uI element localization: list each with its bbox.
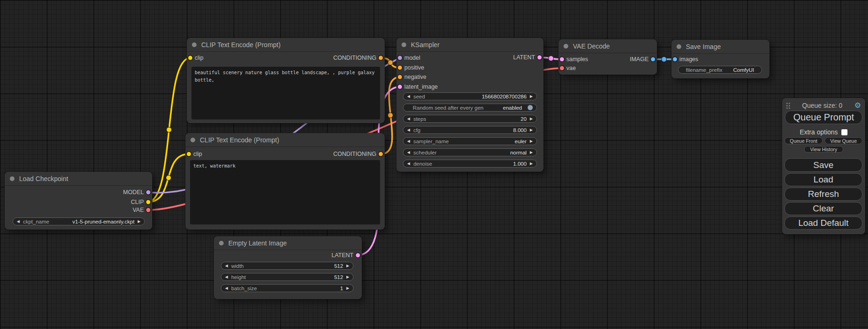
link-midpoint-dot: [388, 60, 393, 65]
latent-image-input-port[interactable]: [398, 85, 402, 89]
prev-value-arrow-icon[interactable]: ◀: [225, 287, 228, 290]
positive-prompt-textarea[interactable]: beautiful scenery nature glass bottle la…: [191, 67, 380, 119]
queue-prompt-button[interactable]: Queue Prompt: [785, 111, 862, 124]
widget-value: enabled: [503, 105, 522, 111]
node-title-bar[interactable]: Load Checkpoint: [5, 172, 152, 186]
settings-gear-icon[interactable]: ⚙: [854, 102, 861, 109]
node-title-bar[interactable]: VAE Decode: [558, 39, 657, 53]
node-empty-latent-image[interactable]: Empty Latent Image LATENT ◀ width 512 ▶ …: [214, 236, 362, 299]
next-value-arrow-icon[interactable]: ▶: [530, 162, 533, 166]
prev-value-arrow-icon[interactable]: ◀: [407, 162, 410, 166]
width-widget[interactable]: ◀ width 512 ▶: [221, 262, 353, 270]
next-value-arrow-icon[interactable]: ▶: [530, 117, 533, 121]
conditioning-output-port[interactable]: [379, 56, 383, 60]
prev-value-arrow-icon[interactable]: ◀: [407, 151, 410, 154]
latent-output-port[interactable]: [537, 56, 542, 60]
node-clip-text-encode-positive[interactable]: CLIP Text Encode (Prompt) clip CONDITION…: [187, 38, 385, 123]
widget-label: ckpt_name: [23, 219, 49, 224]
queue-front-button[interactable]: Queue Front: [784, 137, 823, 144]
save-button[interactable]: Save: [784, 158, 862, 172]
widget-label: steps: [413, 116, 426, 122]
node-title-bar[interactable]: Save Image: [671, 40, 769, 54]
next-value-arrow-icon[interactable]: ▶: [346, 287, 349, 290]
prev-value-arrow-icon[interactable]: ◀: [407, 117, 410, 121]
node-clip-text-encode-negative[interactable]: CLIP Text Encode (Prompt) clip CONDITION…: [185, 133, 385, 230]
node-ksampler[interactable]: KSampler model positive negative latent_…: [396, 38, 543, 172]
view-queue-button[interactable]: View Queue: [825, 137, 862, 144]
output-label: CONDITIONING: [333, 151, 376, 157]
clip-output-port[interactable]: [146, 200, 150, 204]
next-value-arrow-icon[interactable]: ▶: [530, 95, 533, 98]
extra-options-label: Extra options: [800, 128, 838, 136]
widget-value: normal: [510, 150, 527, 155]
widget-value: 20: [521, 116, 527, 122]
prev-value-arrow-icon[interactable]: ◀: [225, 264, 228, 268]
prev-value-arrow-icon[interactable]: ◀: [407, 140, 410, 143]
prev-value-arrow-icon[interactable]: ◀: [407, 95, 410, 98]
vae-output-port[interactable]: [146, 208, 150, 212]
widget-label: denoise: [413, 161, 432, 167]
vae-input-port[interactable]: [560, 66, 564, 70]
conditioning-output-port[interactable]: [379, 152, 383, 156]
widget-value: 8.000: [513, 127, 527, 133]
next-value-arrow-icon[interactable]: ▶: [346, 264, 349, 268]
collapse-dot-icon[interactable]: [564, 44, 568, 49]
prev-value-arrow-icon[interactable]: ◀: [407, 128, 410, 132]
scheduler-widget[interactable]: ◀ scheduler normal ▶: [403, 148, 537, 156]
node-title-bar[interactable]: Empty Latent Image: [214, 236, 362, 250]
collapse-dot-icon[interactable]: [677, 44, 681, 49]
negative-input-port[interactable]: [398, 75, 402, 79]
samples-input-port[interactable]: [560, 57, 564, 62]
height-widget[interactable]: ◀ height 512 ▶: [221, 273, 353, 281]
node-graph-canvas[interactable]: Load Checkpoint MODEL CLIP VAE ◀ ckpt_na…: [0, 0, 868, 329]
steps-widget[interactable]: ◀ steps 20 ▶: [403, 115, 537, 123]
model-output-port[interactable]: [146, 190, 150, 195]
sampler-name-widget[interactable]: ◀ sampler_name euler ▶: [403, 137, 537, 145]
extra-options-checkbox[interactable]: [841, 129, 847, 135]
prev-value-arrow-icon[interactable]: ◀: [17, 220, 20, 224]
node-title-bar[interactable]: CLIP Text Encode (Prompt): [185, 133, 385, 147]
random-seed-toggle-widget[interactable]: Random seed after every gen enabled: [403, 104, 537, 112]
widget-label: cfg: [413, 127, 420, 133]
collapse-dot-icon[interactable]: [191, 138, 195, 142]
view-history-button[interactable]: View History: [804, 146, 843, 153]
seed-widget[interactable]: ◀ seed 156680208700286 ▶: [403, 92, 537, 100]
node-title-bar[interactable]: KSampler: [396, 38, 543, 52]
input-label: model: [404, 55, 420, 61]
refresh-button[interactable]: Refresh: [784, 188, 862, 201]
node-save-image[interactable]: Save Image images filename_prefix ComfyU…: [671, 40, 769, 78]
image-output-port[interactable]: [651, 57, 655, 62]
node-vae-decode[interactable]: VAE Decode samples vae IMAGE: [558, 39, 657, 75]
next-value-arrow-icon[interactable]: ▶: [530, 128, 533, 132]
node-load-checkpoint[interactable]: Load Checkpoint MODEL CLIP VAE ◀ ckpt_na…: [5, 172, 152, 230]
next-value-arrow-icon[interactable]: ▶: [138, 220, 141, 224]
ckpt-name-widget[interactable]: ◀ ckpt_name v1-5-pruned-emaonly.ckpt ▶: [13, 217, 145, 225]
next-value-arrow-icon[interactable]: ▶: [346, 275, 349, 279]
clip-input-port[interactable]: [188, 56, 192, 60]
input-slot-positive: positive: [396, 63, 424, 72]
clip-input-port[interactable]: [187, 152, 191, 156]
collapse-dot-icon[interactable]: [192, 42, 197, 47]
toggle-knob-icon[interactable]: [528, 105, 533, 110]
latent-output-port[interactable]: [356, 253, 360, 258]
collapse-dot-icon[interactable]: [219, 241, 224, 245]
images-input-port[interactable]: [673, 57, 677, 62]
node-title-bar[interactable]: CLIP Text Encode (Prompt): [187, 38, 385, 52]
drag-handle-icon[interactable]: [786, 103, 790, 109]
model-input-port[interactable]: [398, 56, 402, 60]
collapse-dot-icon[interactable]: [402, 42, 406, 47]
next-value-arrow-icon[interactable]: ▶: [530, 140, 533, 143]
clear-button[interactable]: Clear: [784, 202, 862, 215]
load-default-button[interactable]: Load Default: [784, 217, 862, 230]
next-value-arrow-icon[interactable]: ▶: [530, 151, 533, 154]
denoise-widget[interactable]: ◀ denoise 1.000 ▶: [403, 160, 537, 168]
cfg-widget[interactable]: ◀ cfg 8.000 ▶: [403, 126, 537, 134]
batch-size-widget[interactable]: ◀ batch_size 1 ▶: [221, 284, 353, 292]
filename-prefix-widget[interactable]: filename_prefix ComfyUI: [678, 66, 762, 74]
collapse-dot-icon[interactable]: [10, 176, 14, 181]
prev-value-arrow-icon[interactable]: ◀: [225, 275, 228, 279]
negative-prompt-textarea[interactable]: text, watermark: [190, 160, 380, 224]
load-button[interactable]: Load: [784, 173, 862, 186]
positive-input-port[interactable]: [398, 66, 402, 70]
output-label: LATENT: [332, 252, 353, 259]
